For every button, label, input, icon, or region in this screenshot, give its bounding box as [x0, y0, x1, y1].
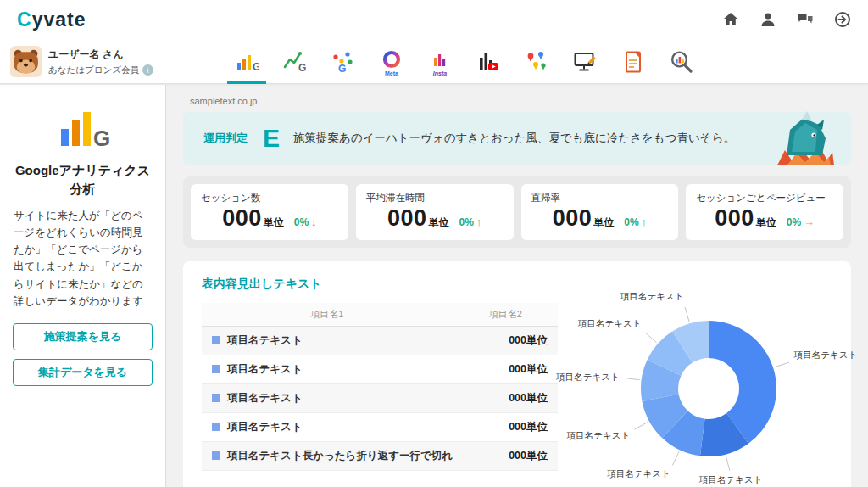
stat-card-avg-time[interactable]: 平均滞在時間 000 単位 0% ↑	[356, 184, 514, 240]
trend-down-icon: ↓	[311, 216, 317, 228]
service-tab-line-report[interactable]: G	[275, 39, 314, 84]
membership: あなたはブロンズ会員 i	[48, 64, 153, 76]
svg-text:G: G	[298, 62, 306, 74]
label-leader-line	[726, 456, 729, 470]
chat-icon[interactable]	[797, 11, 814, 28]
user-text: ユーザー名 さん あなたはブロンズ会員 i	[48, 48, 153, 76]
home-icon[interactable]	[722, 11, 739, 28]
stat-value: 000	[387, 205, 427, 232]
judgment-banner: 運用判定 E 施策提案あのイーハトーヴォのすきとおった風、夏でも底に冷たさをもつ…	[183, 112, 851, 165]
trend-up-icon: ↑	[476, 216, 482, 228]
donut-segment-label: 項目名テキスト	[577, 318, 641, 328]
donut-segment-label: 項目名テキスト	[606, 468, 670, 479]
label-leader-line	[672, 451, 679, 465]
view-proposals-button[interactable]: 施策提案を見る	[13, 323, 153, 350]
meta-caption: Meta	[385, 70, 398, 76]
stat-value: 000	[553, 205, 593, 232]
service-tab-research[interactable]	[662, 39, 701, 84]
trend-up-icon: ↑	[642, 216, 648, 228]
google-analytics-icon: G	[56, 104, 110, 151]
bar-chart-g-icon: G	[234, 49, 259, 75]
label-leader-line	[685, 307, 689, 322]
topbar-actions	[722, 11, 851, 28]
avatar[interactable]	[10, 46, 42, 77]
donut-segment-label: 項目名テキスト	[698, 474, 762, 484]
view-aggregated-data-button[interactable]: 集計データを見る	[13, 359, 153, 386]
sidebar-title: Googleアナリティクス分析	[13, 161, 153, 199]
service-tab-youtube[interactable]	[469, 39, 508, 84]
legend-square-icon	[212, 451, 220, 460]
login-arrow-icon[interactable]	[834, 11, 851, 28]
user-icon[interactable]	[760, 11, 776, 28]
userbar: ユーザー名 さん あなたはブロンズ会員 i G G G	[0, 39, 868, 84]
label-leader-line	[775, 362, 789, 367]
detail-panel: 表内容見出しテキスト 項目名1 項目名2 項目名テキスト 000単位 項目名テキ…	[183, 261, 851, 487]
monitor-pen-icon	[572, 49, 598, 75]
stat-value: 000	[222, 205, 262, 232]
username: ユーザー名 さん	[48, 48, 153, 62]
legend-square-icon	[212, 336, 220, 344]
table-row[interactable]: 項目名テキスト 000単位	[202, 383, 558, 412]
user-info: ユーザー名 さん あなたはブロンズ会員 i	[10, 46, 153, 77]
judgment-label: 運用判定	[203, 131, 248, 146]
table-row[interactable]: 項目名テキスト 000単位	[202, 412, 558, 441]
judgment-grade: E	[263, 124, 280, 153]
service-tab-map[interactable]	[517, 39, 556, 84]
service-tab-instagram[interactable]: Insta	[420, 39, 459, 84]
donut-segment-label: 項目名テキスト	[555, 372, 619, 382]
scatter-g-icon: G	[331, 49, 356, 75]
stat-card-sessions[interactable]: セッション数 000 単位 0% ↓	[191, 184, 348, 240]
youtube-bars-icon	[476, 49, 501, 75]
svg-text:G: G	[93, 126, 110, 151]
logo[interactable]: Cyvate	[17, 8, 86, 31]
instagram-caption: Insta	[433, 70, 447, 76]
stat-card-pages-per-session[interactable]: セッションごとページビュー 000 単位 0% →	[686, 184, 843, 240]
main-content: sampletext.co.jp 運用判定 E 施策提案あのイーハトーヴォのすき…	[166, 85, 868, 487]
label-leader-line	[625, 378, 640, 379]
topbar: Cyvate	[0, 0, 868, 39]
instagram-icon	[427, 48, 453, 73]
report-document-icon	[620, 49, 646, 75]
svg-text:G: G	[338, 63, 346, 75]
service-tab-meta[interactable]: Meta	[372, 39, 411, 84]
service-tab-scatter-report[interactable]: G	[324, 39, 363, 84]
trend-flat-icon: →	[804, 216, 815, 228]
donut-chart: 項目名テキスト項目名テキスト項目名テキスト項目名テキスト項目名テキスト項目名テキ…	[569, 263, 849, 487]
rhino-mascot	[773, 109, 837, 167]
legend-square-icon	[212, 394, 220, 402]
stats-panel: セッション数 000 単位 0% ↓ 平均滞在時間 000 単位 0% ↑ 直帰…	[183, 176, 851, 248]
svg-text:G: G	[253, 61, 259, 73]
legend-square-icon	[212, 423, 220, 431]
map-pins-icon	[524, 49, 549, 75]
magnifier-chart-icon	[669, 49, 694, 75]
donut-segment-label: 項目名テキスト	[620, 291, 683, 301]
label-leader-line	[645, 333, 657, 343]
table-row[interactable]: 項目名テキスト 000単位	[202, 355, 558, 383]
column-header-1: 項目名1	[202, 303, 453, 326]
column-header-2: 項目名2	[453, 303, 558, 326]
service-tab-report-doc[interactable]	[614, 39, 653, 84]
sidebar: G Googleアナリティクス分析 サイトに来た人が「どのページをどれくらいの時…	[0, 85, 166, 487]
logo-mark: C	[17, 8, 32, 31]
judgment-text: 施策提案あのイーハトーヴォのすきとおった風、夏でも底に冷たさをもつ青いそら。	[293, 131, 735, 146]
data-table: 項目名1 項目名2 項目名テキスト 000単位 項目名テキスト 000単位 項目…	[202, 303, 558, 471]
stat-value: 000	[715, 205, 754, 232]
sidebar-description: サイトに来た人が「どのページをどれくらいの時間見たか」「どこでページから出てしま…	[14, 207, 152, 311]
service-tab-analytics[interactable]: G	[227, 39, 266, 84]
site-domain: sampletext.co.jp	[190, 96, 868, 106]
line-chart-g-icon: G	[282, 49, 308, 75]
legend-square-icon	[212, 365, 220, 373]
label-leader-line	[634, 423, 648, 430]
service-nav: G G G Meta	[227, 39, 701, 84]
stat-card-bounce-rate[interactable]: 直帰率 000 単位 0% ↑	[521, 184, 679, 240]
donut-segment-label: 項目名テキスト	[793, 350, 857, 360]
donut-segment-label: 項目名テキスト	[566, 430, 630, 440]
table-row[interactable]: 項目名テキスト長かったら折り返すー行で切れ… 000単位	[202, 441, 558, 470]
info-icon[interactable]: i	[142, 64, 153, 76]
service-tab-display[interactable]	[565, 39, 604, 84]
table-row[interactable]: 項目名テキスト 000単位	[202, 326, 558, 355]
meta-icon	[379, 48, 404, 73]
